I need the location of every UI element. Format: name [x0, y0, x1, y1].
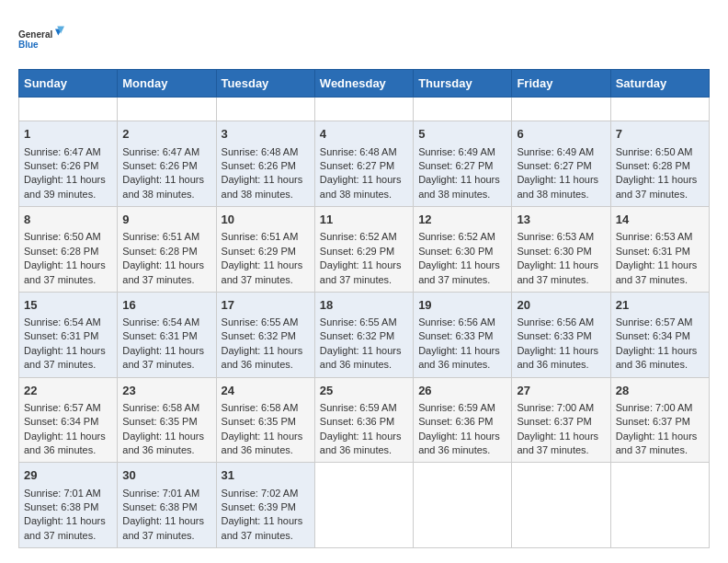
- calendar-cell: 14 Sunrise: 6:53 AM Sunset: 6:31 PM Dayl…: [610, 207, 709, 293]
- calendar-cell: 31 Sunrise: 7:02 AM Sunset: 6:39 PM Dayl…: [216, 463, 314, 548]
- calendar-cell: 15 Sunrise: 6:54 AM Sunset: 6:31 PM Dayl…: [19, 292, 118, 377]
- calendar-cell: 6 Sunrise: 6:49 AM Sunset: 6:27 PM Dayli…: [512, 121, 610, 207]
- sunset-text: Sunset: 6:27 PM: [517, 160, 591, 171]
- calendar-cell: 11 Sunrise: 6:52 AM Sunset: 6:29 PM Dayl…: [314, 207, 413, 293]
- day-number: 19: [418, 297, 506, 314]
- calendar-cell: [414, 98, 512, 121]
- sunrise-text: Sunrise: 6:55 AM: [222, 316, 299, 327]
- sunrise-text: Sunrise: 6:58 AM: [122, 402, 199, 413]
- sunset-text: Sunset: 6:32 PM: [320, 330, 394, 341]
- day-number: 2: [122, 126, 210, 143]
- calendar-cell: 13 Sunrise: 6:53 AM Sunset: 6:30 PM Dayl…: [512, 207, 610, 293]
- calendar-week-row: [19, 98, 710, 121]
- sunset-text: Sunset: 6:34 PM: [24, 416, 98, 427]
- daylight-text: Daylight: 11 hours and 37 minutes.: [222, 515, 303, 540]
- calendar-cell: 30 Sunrise: 7:01 AM Sunset: 6:38 PM Dayl…: [118, 463, 216, 548]
- day-of-week-header: Thursday: [414, 70, 512, 98]
- sunrise-text: Sunrise: 6:47 AM: [122, 146, 199, 157]
- svg-text:General: General: [18, 29, 52, 40]
- sunset-text: Sunset: 6:37 PM: [616, 416, 690, 427]
- daylight-text: Daylight: 11 hours and 38 minutes.: [517, 174, 598, 199]
- calendar-week-row: 8 Sunrise: 6:50 AM Sunset: 6:28 PM Dayli…: [19, 207, 710, 293]
- day-number: 6: [517, 126, 605, 143]
- sunset-text: Sunset: 6:31 PM: [24, 330, 98, 341]
- daylight-text: Daylight: 11 hours and 37 minutes.: [616, 431, 698, 455]
- sunset-text: Sunset: 6:38 PM: [122, 501, 197, 512]
- calendar-cell: 5 Sunrise: 6:49 AM Sunset: 6:27 PM Dayli…: [414, 121, 512, 207]
- sunrise-text: Sunrise: 6:54 AM: [24, 316, 101, 327]
- sunrise-text: Sunrise: 6:54 AM: [122, 316, 199, 327]
- day-number: 18: [320, 297, 408, 314]
- sunrise-text: Sunrise: 7:00 AM: [517, 402, 594, 413]
- sunrise-text: Sunrise: 6:47 AM: [24, 146, 101, 157]
- sunrise-text: Sunrise: 6:51 AM: [122, 231, 199, 242]
- day-number: 14: [616, 212, 704, 228]
- day-number: 3: [222, 126, 310, 143]
- sunset-text: Sunset: 6:32 PM: [222, 330, 296, 341]
- sunrise-text: Sunrise: 6:50 AM: [616, 146, 693, 157]
- calendar-week-row: 29 Sunrise: 7:01 AM Sunset: 6:38 PM Dayl…: [19, 463, 710, 548]
- sunset-text: Sunset: 6:34 PM: [616, 330, 690, 341]
- daylight-text: Daylight: 11 hours and 37 minutes.: [418, 259, 500, 284]
- day-number: 25: [320, 383, 408, 399]
- sunset-text: Sunset: 6:33 PM: [418, 330, 493, 341]
- sunset-text: Sunset: 6:26 PM: [222, 160, 296, 171]
- sunrise-text: Sunrise: 6:58 AM: [222, 402, 299, 413]
- day-number: 22: [24, 383, 112, 399]
- day-number: 9: [122, 212, 210, 228]
- daylight-text: Daylight: 11 hours and 36 minutes.: [320, 431, 402, 455]
- daylight-text: Daylight: 11 hours and 37 minutes.: [517, 259, 598, 284]
- day-number: 20: [517, 297, 605, 314]
- calendar-cell: [216, 98, 314, 121]
- daylight-text: Daylight: 11 hours and 36 minutes.: [517, 345, 598, 370]
- sunrise-text: Sunrise: 6:48 AM: [320, 146, 397, 157]
- calendar-cell: [118, 98, 216, 121]
- sunset-text: Sunset: 6:30 PM: [418, 246, 493, 257]
- calendar-cell: 10 Sunrise: 6:51 AM Sunset: 6:29 PM Dayl…: [216, 207, 314, 293]
- sunrise-text: Sunrise: 6:49 AM: [517, 146, 594, 157]
- daylight-text: Daylight: 11 hours and 38 minutes.: [222, 174, 303, 199]
- daylight-text: Daylight: 11 hours and 36 minutes.: [616, 345, 698, 370]
- calendar-cell: 2 Sunrise: 6:47 AM Sunset: 6:26 PM Dayli…: [118, 121, 216, 207]
- svg-text:Blue: Blue: [18, 40, 39, 50]
- sunrise-text: Sunrise: 6:48 AM: [222, 146, 299, 157]
- calendar-cell: 20 Sunrise: 6:56 AM Sunset: 6:33 PM Dayl…: [512, 292, 610, 377]
- calendar-cell: [512, 463, 610, 548]
- calendar-cell: 22 Sunrise: 6:57 AM Sunset: 6:34 PM Dayl…: [19, 377, 118, 463]
- calendar-header-row: SundayMondayTuesdayWednesdayThursdayFrid…: [19, 70, 710, 98]
- logo: General Blue: [18, 18, 64, 60]
- calendar-cell: 8 Sunrise: 6:50 AM Sunset: 6:28 PM Dayli…: [19, 207, 118, 293]
- daylight-text: Daylight: 11 hours and 38 minutes.: [122, 174, 204, 199]
- day-number: 7: [616, 126, 704, 143]
- calendar-cell: 4 Sunrise: 6:48 AM Sunset: 6:27 PM Dayli…: [314, 121, 413, 207]
- calendar-cell: 19 Sunrise: 6:56 AM Sunset: 6:33 PM Dayl…: [414, 292, 512, 377]
- day-number: 23: [122, 383, 210, 399]
- calendar-cell: [314, 98, 413, 121]
- sunset-text: Sunset: 6:31 PM: [616, 246, 690, 257]
- daylight-text: Daylight: 11 hours and 36 minutes.: [320, 345, 402, 370]
- sunrise-text: Sunrise: 6:53 AM: [616, 231, 693, 242]
- sunrise-text: Sunrise: 6:55 AM: [320, 316, 397, 327]
- calendar-week-row: 15 Sunrise: 6:54 AM Sunset: 6:31 PM Dayl…: [19, 292, 710, 377]
- day-number: 24: [222, 383, 310, 399]
- daylight-text: Daylight: 11 hours and 38 minutes.: [320, 174, 402, 199]
- calendar-cell: [512, 98, 610, 121]
- daylight-text: Daylight: 11 hours and 37 minutes.: [24, 259, 106, 284]
- day-of-week-header: Sunday: [19, 70, 118, 98]
- daylight-text: Daylight: 11 hours and 37 minutes.: [517, 431, 598, 455]
- calendar-cell: 7 Sunrise: 6:50 AM Sunset: 6:28 PM Dayli…: [610, 121, 709, 207]
- daylight-text: Daylight: 11 hours and 36 minutes.: [24, 431, 106, 455]
- calendar-cell: 21 Sunrise: 6:57 AM Sunset: 6:34 PM Dayl…: [610, 292, 709, 377]
- daylight-text: Daylight: 11 hours and 36 minutes.: [418, 345, 500, 370]
- sunset-text: Sunset: 6:33 PM: [517, 330, 591, 341]
- calendar-cell: [610, 98, 709, 121]
- sunrise-text: Sunrise: 6:51 AM: [222, 231, 299, 242]
- sunrise-text: Sunrise: 6:49 AM: [418, 146, 495, 157]
- calendar-table: SundayMondayTuesdayWednesdayThursdayFrid…: [18, 69, 710, 548]
- sunrise-text: Sunrise: 6:57 AM: [24, 402, 101, 413]
- sunrise-text: Sunrise: 7:01 AM: [24, 488, 101, 499]
- sunset-text: Sunset: 6:30 PM: [517, 246, 591, 257]
- daylight-text: Daylight: 11 hours and 37 minutes.: [24, 345, 106, 370]
- calendar-cell: 26 Sunrise: 6:59 AM Sunset: 6:36 PM Dayl…: [414, 377, 512, 463]
- sunset-text: Sunset: 6:28 PM: [616, 160, 690, 171]
